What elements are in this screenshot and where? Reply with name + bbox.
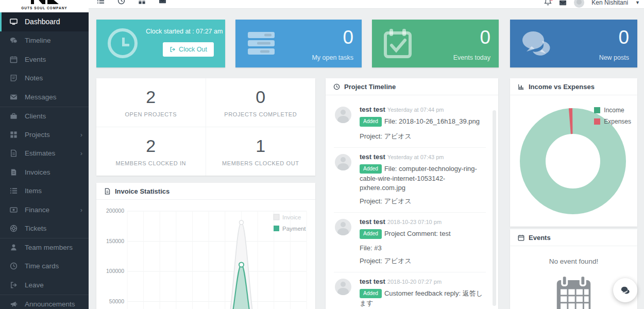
expenses-legend-label: Expenses (604, 118, 631, 125)
notifications-button[interactable] (544, 0, 552, 8)
stat-members-clocked-out: 1 MEMBERS CLOCKED OUT (206, 127, 316, 176)
avatar (335, 154, 351, 170)
timeline-scrollbar[interactable] (493, 110, 496, 306)
svg-text:50000: 50000 (109, 298, 124, 304)
invoice-statistics-chart[interactable]: 200000 150000 100000 50000 Invoice Payme… (100, 203, 312, 309)
invoice-peak-marker (240, 220, 244, 225)
envelope-icon (10, 93, 18, 101)
status-badge: Added (360, 117, 382, 127)
sidebar-item-events[interactable]: Events (0, 50, 89, 69)
projects-shortcut-icon[interactable] (138, 0, 146, 5)
chat-icon (10, 37, 18, 44)
chat-bubbles-icon (519, 27, 552, 60)
sidebar-item-clients[interactable]: Clients (0, 107, 89, 126)
time-cards-shortcut-icon[interactable] (117, 0, 125, 5)
timeline-entry[interactable]: test test2018-10-23 07:10 pm AddedProjec… (334, 213, 486, 272)
inbox-icon[interactable] (559, 0, 567, 7)
briefcase-icon (10, 112, 18, 120)
sidebar-item-dashboard[interactable]: Dashboard (0, 12, 89, 31)
sidebar-item-notes[interactable]: Notes (0, 69, 89, 88)
tasks-icon (245, 27, 278, 60)
no-event-text: No event found! (510, 258, 637, 265)
avatar (335, 219, 351, 235)
clock-started-text: Clock started at : 07:27 am (146, 28, 219, 35)
lifering-icon (10, 225, 18, 232)
new-posts-count: 0 (618, 27, 629, 48)
company-logo[interactable]: GUTS SOUL COMPANY (0, 0, 89, 12)
sidebar: Dashboard Timeline Events Notes Messages… (0, 12, 89, 309)
project-timeline-header: Project Timeline (326, 78, 498, 95)
income-legend-label: Income (604, 107, 624, 114)
sidebar-item-leave[interactable]: Leave (0, 276, 89, 295)
legend-payment-swatch (274, 226, 279, 231)
timeline-entry[interactable]: test testYesterday at 07:43 pm AddedFile… (334, 148, 486, 213)
income-vs-expenses-header: Income vs Expenses (510, 78, 637, 95)
clock-icon (108, 28, 138, 58)
grid-icon (10, 131, 18, 139)
user-avatar[interactable] (574, 0, 584, 8)
clock-icon (333, 83, 340, 90)
sidebar-item-finance[interactable]: Finance› (0, 200, 89, 219)
sidebar-item-items[interactable]: Items (0, 182, 89, 201)
timestamp: 2018-10-20 07:27 pm (387, 279, 442, 285)
invoice-statistics-panel: Invoice Statistics 200000 150000 10000 (96, 183, 315, 309)
sidebar-item-team-members[interactable]: Team members (0, 238, 89, 257)
timeline-entry[interactable]: test test2018-10-20 07:27 pm AddedCustom… (334, 272, 486, 309)
clock-out-button[interactable]: Clock Out (163, 42, 214, 57)
avatar (335, 279, 351, 295)
sidebar-item-invoices[interactable]: Invoices (0, 163, 89, 182)
clock-icon (10, 262, 18, 270)
sidebar-item-announcements[interactable]: Announcements (0, 295, 89, 309)
chat-widget-button[interactable] (613, 278, 637, 302)
events-today-card[interactable]: 0 Events today (372, 20, 499, 67)
income-vs-expenses-panel: Income vs Expenses Income Expenses (510, 78, 637, 227)
timeline-entry[interactable]: test testYesterday at 07:44 pm AddedFile… (334, 100, 486, 148)
events-title: Events (529, 234, 551, 242)
user-name[interactable]: Ken Nishitani (591, 0, 628, 6)
status-badge: Added (360, 289, 382, 299)
new-posts-label: New posts (599, 54, 629, 61)
project-timeline-panel: Project Timeline test testYesterday at 0… (326, 78, 498, 309)
timestamp: Yesterday at 07:44 pm (387, 107, 444, 113)
stat-members-clocked-in: 2 MEMBERS CLOCKED IN (96, 127, 206, 176)
bell-icon (544, 0, 552, 6)
open-tasks-card[interactable]: 0 My open tasks (235, 20, 362, 67)
project-timeline-title: Project Timeline (344, 83, 396, 91)
topbar: Ken Nishitani ▼ (89, 0, 644, 9)
chevron-right-icon: › (80, 206, 82, 214)
notification-badge (550, 0, 553, 1)
invoice-icon (10, 168, 18, 176)
sidebar-item-projects[interactable]: Projects› (0, 125, 89, 144)
legend-invoice-label: Invoice (282, 214, 301, 220)
svg-text:200000: 200000 (106, 208, 124, 214)
new-posts-card[interactable]: 0 New posts (510, 20, 637, 67)
sidebar-item-timeline[interactable]: Timeline (0, 31, 89, 50)
status-badge: Added (360, 164, 382, 174)
income-swatch (594, 107, 600, 113)
calendar-icon (518, 234, 524, 241)
sidebar-item-tickets[interactable]: Tickets (0, 219, 89, 238)
timestamp: Yesterday at 07:43 pm (387, 154, 444, 160)
exit-icon (10, 281, 18, 289)
events-header: Events (510, 229, 637, 246)
sidebar-item-estimates[interactable]: Estimates› (0, 144, 89, 163)
status-badge: Added (360, 229, 382, 239)
person-icon (10, 244, 18, 251)
chevron-down-icon[interactable]: ▼ (635, 0, 640, 5)
stat-projects-completed: 0 PROJECTS COMPLETED (206, 78, 316, 127)
open-tasks-count: 0 (343, 27, 353, 48)
messages-shortcut-icon[interactable] (159, 0, 166, 5)
company-logo-icon (29, 0, 60, 6)
list-icon (10, 187, 18, 195)
sidebar-item-messages[interactable]: Messages (0, 88, 89, 107)
main-content: Clock started at : 07:27 am Clock Out 0 … (89, 9, 644, 309)
legend-payment-label: Payment (282, 226, 306, 232)
timestamp: 2018-10-23 07:10 pm (387, 219, 442, 225)
timeline-shortcut-icon[interactable] (97, 0, 105, 5)
bar-chart-icon (518, 83, 524, 90)
chevron-right-icon: › (80, 149, 82, 157)
document-chart-icon (104, 188, 111, 195)
sidebar-item-time-cards[interactable]: Time cards (0, 257, 89, 276)
chevron-right-icon: › (80, 131, 82, 139)
income-vs-expenses-title: Income vs Expenses (529, 83, 595, 91)
